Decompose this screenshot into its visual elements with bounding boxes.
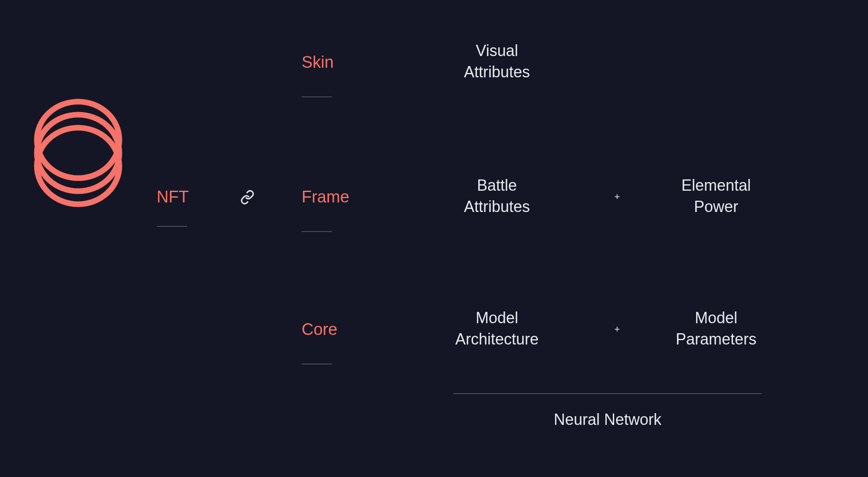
layer-heading-frame: Frame bbox=[302, 187, 349, 208]
core-attr2-line1: Model bbox=[695, 309, 737, 327]
core-attribute-architecture: Model Architecture bbox=[434, 308, 560, 350]
core-attr1-line1: Model bbox=[476, 309, 518, 327]
neural-network-divider bbox=[454, 393, 762, 394]
nft-divider bbox=[157, 226, 187, 227]
frame-attr1-line2: Attributes bbox=[464, 198, 530, 215]
core-attr1-line2: Architecture bbox=[455, 330, 539, 348]
frame-attr2-line1: Elemental bbox=[681, 176, 751, 194]
core-attribute-parameters: Model Parameters bbox=[653, 308, 779, 350]
frame-attr1-line1: Battle bbox=[477, 176, 517, 194]
plus-icon: + bbox=[611, 191, 624, 202]
skin-attribute-visual: Visual Attributes bbox=[434, 40, 560, 83]
layer-heading-skin: Skin bbox=[302, 52, 334, 73]
nft-label: NFT bbox=[157, 187, 189, 208]
chain-link-icon bbox=[240, 190, 255, 208]
frame-attr2-line2: Power bbox=[694, 198, 738, 215]
logo-rings-icon bbox=[30, 96, 126, 212]
core-attr2-line2: Parameters bbox=[676, 330, 756, 348]
frame-attribute-battle: Battle Attributes bbox=[434, 175, 560, 217]
plus-icon: + bbox=[611, 324, 624, 335]
skin-divider bbox=[302, 96, 332, 97]
layer-heading-core: Core bbox=[302, 319, 337, 340]
neural-network-label: Neural Network bbox=[454, 411, 762, 429]
diagram-stage: NFT Skin Visual Attributes Frame Battle … bbox=[0, 0, 868, 477]
frame-attribute-elemental: Elemental Power bbox=[653, 175, 779, 217]
core-divider bbox=[302, 364, 332, 364]
skin-attr-line1: Visual bbox=[476, 42, 518, 60]
frame-divider bbox=[302, 231, 332, 232]
skin-attr-line2: Attributes bbox=[464, 63, 530, 81]
